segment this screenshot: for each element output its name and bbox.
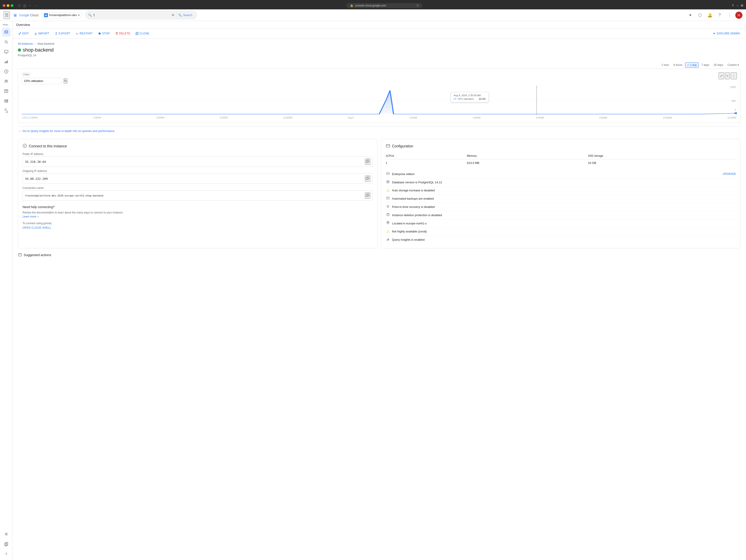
browser-chrome: ⬡ ◫ ← → 🔒 console.cloud.google.com ↻ ⬇ ＋… — [0, 0, 746, 9]
delete-button[interactable]: DELETE — [113, 31, 133, 36]
outgoing-ip-value: 34.88.222.209 — [25, 177, 365, 180]
extensions-icon[interactable]: ▣ — [741, 4, 743, 8]
config-row-queryinsights: Query insights is enabled — [386, 235, 736, 244]
location-text: Located in europe-north1-c — [392, 222, 736, 225]
new-tab-icon[interactable]: ＋ — [736, 4, 739, 8]
status-indicator — [18, 49, 21, 52]
public-ip-label: Public IP address — [23, 152, 373, 156]
sidebar-item-expand[interactable] — [2, 549, 11, 558]
sidebar-item-search[interactable] — [2, 37, 11, 47]
google-cloud-logo[interactable]: Google Cloud — [12, 12, 38, 18]
project-selector[interactable]: frontendplattform-dev ▾ — [41, 12, 83, 18]
action-bar: EDIT IMPORT EXPORT RESTART STOP DELETE — [12, 29, 746, 39]
address-bar[interactable]: 🔒 console.cloud.google.com ↻ — [346, 3, 422, 8]
chart-more-icon[interactable]: ⋮ — [730, 72, 737, 79]
time-6hours[interactable]: 6 hours — [672, 62, 684, 67]
restart-button[interactable]: RESTART — [74, 31, 95, 36]
sidebar-item-chart[interactable] — [2, 57, 11, 66]
search-input[interactable] — [93, 13, 170, 17]
downloads-icon[interactable]: ⬇ — [732, 4, 734, 8]
edit-button[interactable]: EDIT — [16, 31, 31, 36]
learn-more-link[interactable]: Learn more — [23, 215, 36, 218]
x-label-8: 6:00AM — [536, 117, 544, 119]
connection-name-value: frontendplattform-dev-2535:europe-north1… — [25, 194, 365, 197]
sparkle-button[interactable]: ✦ — [686, 11, 694, 19]
help-button[interactable]: ? — [716, 11, 724, 19]
stop-icon — [98, 32, 101, 35]
suggested-actions-header: Suggested actions — [18, 253, 741, 257]
forward-arrow[interactable]: → — [34, 3, 39, 8]
explore-gemini-button[interactable]: ✦ EXPLORE GEMINI — [710, 30, 742, 37]
import-button[interactable]: IMPORT — [32, 31, 51, 36]
time-1hour[interactable]: 1 hour — [660, 62, 671, 67]
restart-icon — [76, 32, 79, 35]
chart-label: Chart — [22, 72, 31, 76]
config-specs-table: vCPUs Memory SSD storage 1 614,4 MB 10 G… — [386, 152, 736, 166]
time-custom[interactable]: Custom ▾ — [726, 62, 741, 67]
copy-outgoing-ip-button[interactable] — [365, 175, 370, 182]
export-button[interactable]: EXPORT — [53, 31, 73, 36]
connection-name-label: Connection name — [23, 187, 373, 190]
chart-line-icon[interactable]: ≈ — [725, 72, 730, 79]
need-help-desc: Review the documentation to learn about … — [23, 211, 373, 219]
instance-header: shop-backend — [18, 47, 741, 53]
clone-button[interactable]: CLONE — [133, 31, 151, 36]
chart-container: Chart CPU utilization ↻ ⤢ ≈ ⋮ — [18, 68, 741, 123]
x-label-3: 8:00PM — [220, 117, 227, 119]
sidebar-item-table[interactable] — [2, 87, 11, 95]
config-row-autostorage: ⚠ Auto storage increase is disabled — [386, 187, 736, 194]
svg-point-48 — [387, 180, 389, 181]
time-7days[interactable]: 7 days — [699, 62, 711, 67]
connect-using-text: To connect using gcloud, — [23, 221, 373, 225]
more-options-button[interactable]: ⋮ — [725, 11, 734, 19]
url-text: console.cloud.google.com — [355, 4, 386, 7]
maximize-light[interactable] — [11, 4, 13, 7]
chart-refresh-button[interactable]: ↻ — [64, 78, 67, 84]
enterprise-icon — [386, 172, 390, 176]
sidebar-item-copy[interactable] — [2, 539, 11, 549]
sidebar-item-server[interactable] — [2, 96, 11, 105]
chart-metric-select[interactable]: CPU utilization — [22, 78, 62, 84]
search-button[interactable]: 🔍 Search — [176, 12, 194, 18]
config-row-backups: Automated backups are enabled — [386, 194, 736, 203]
avatar[interactable]: H — [735, 11, 742, 19]
sidebar-item-link[interactable] — [2, 106, 11, 115]
copy-connection-name-button[interactable] — [365, 193, 370, 199]
query-insights-link[interactable]: → Go to Query insights for more in-depth… — [18, 127, 741, 135]
sidebar-item-monitor[interactable] — [2, 47, 11, 56]
copy-public-ip-button[interactable] — [365, 159, 370, 165]
upgrade-link[interactable]: UPGRADE — [723, 172, 736, 175]
instance-type: PostgreSQL 14 — [18, 54, 741, 57]
time-1day[interactable]: 1 day — [685, 62, 699, 68]
breadcrumb-parent[interactable]: All instances — [18, 42, 33, 45]
svg-rect-11 — [7, 60, 8, 63]
back-button[interactable]: ⬡ — [17, 3, 22, 8]
project-icon — [44, 13, 48, 17]
time-30days[interactable]: 30 days — [712, 62, 725, 67]
overview-header: Overview — [12, 21, 746, 29]
reload-icon[interactable]: ↻ — [417, 4, 419, 7]
svg-point-58 — [387, 222, 389, 223]
forward-button[interactable]: ◫ — [22, 3, 27, 8]
open-cloud-shell-button[interactable]: OPEN CLOUD SHELL — [23, 226, 51, 229]
cloud-shell-button[interactable]: ⬡ — [696, 11, 704, 19]
close-light[interactable] — [3, 4, 5, 7]
gcp-topbar: ☰ Google Cloud frontendplattform-dev ▾ 🔍… — [0, 9, 746, 21]
sidebar-item-users[interactable] — [2, 77, 11, 86]
notifications-button[interactable]: 🔔 — [706, 11, 714, 19]
menu-button[interactable]: ☰ — [4, 11, 10, 19]
svg-point-36 — [734, 112, 737, 114]
back-arrow[interactable]: ← — [28, 3, 33, 8]
stop-button[interactable]: STOP — [96, 31, 112, 36]
memory-header: Memory — [467, 152, 588, 160]
public-ip-value: 35.228.38.64 — [25, 160, 365, 163]
sidebar-item-arrow[interactable] — [2, 67, 11, 76]
sidebar-item-database[interactable] — [2, 28, 11, 37]
connection-name-field: frontendplattform-dev-2535:europe-north1… — [23, 191, 373, 201]
sidebar-item-list[interactable] — [2, 530, 11, 538]
chart-expand-icon[interactable]: ⤢ — [719, 72, 724, 79]
minimize-light[interactable] — [7, 4, 9, 7]
config-row-pitr: Point-in-time recovery is disabled — [386, 203, 736, 211]
primary-sidebar: PRIM... — [0, 21, 12, 560]
clear-icon[interactable]: ✕ — [171, 13, 174, 17]
